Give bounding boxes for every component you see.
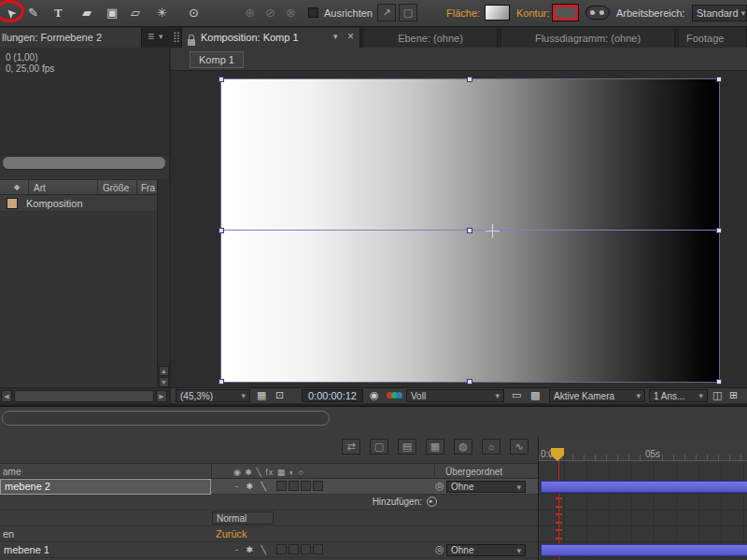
snap-region-button[interactable]: ▢ [399, 4, 417, 21]
handle-mid-left[interactable] [218, 228, 224, 233]
handle-bottom-center[interactable] [467, 379, 472, 385]
tab-composition[interactable]: Komposition: Komp 1 ▾ × [181, 28, 360, 48]
column-divider[interactable] [97, 180, 98, 196]
blend-mode-row[interactable]: Normal [0, 511, 538, 526]
left-panel-tab[interactable]: llungen: Formebene 2 [0, 28, 142, 48]
hscroll-thumb[interactable] [14, 390, 154, 402]
layer-bar-formebene2[interactable] [541, 481, 747, 493]
fill-swatch[interactable] [485, 5, 510, 21]
camera-dropdown[interactable]: Aktive Kamera ▾ [549, 389, 645, 402]
timeline-search-input[interactable] [2, 411, 330, 426]
region-of-interest-icon[interactable]: ▭ [512, 390, 521, 400]
handle-mid-center[interactable] [467, 228, 472, 233]
in-out-button[interactable]: ⇄ [342, 439, 360, 455]
layer-name-cell[interactable]: mebene 2 [0, 479, 211, 495]
view-options-icon[interactable]: ⊞ [729, 390, 738, 400]
roto-brush-tool-icon[interactable]: ✳ [157, 6, 167, 20]
scroll-right-button[interactable]: ▶ [156, 390, 167, 402]
snap-bounds-button[interactable]: ↗ [377, 4, 396, 21]
shape-contents-row[interactable]: Hinzufügen: ▸ [0, 495, 538, 511]
zoom-dropdown[interactable]: (45,3%) ▾ [176, 389, 250, 402]
layer-switches-icons[interactable]: - ✱ ╲ [235, 545, 269, 554]
pickwhip-icon[interactable]: ◎ [435, 544, 444, 554]
tab-layer[interactable]: Ebene: (ohne) [364, 28, 498, 48]
view-layout-dropdown[interactable]: 1 Ans... ▾ [649, 389, 708, 402]
scroll-left-button[interactable]: ◀ [1, 390, 12, 402]
brainstorm-button[interactable]: ○ [482, 439, 500, 455]
handle-top-left[interactable] [218, 77, 224, 82]
shy-layers-button[interactable]: ▢ [370, 439, 388, 455]
tab-close-icon[interactable]: × [347, 31, 354, 42]
tab-flowchart[interactable]: Flussdiagramm: (ohne) [501, 28, 675, 48]
project-vscrollbar[interactable]: ▲ ▼ [157, 179, 169, 387]
snapshot-icon[interactable]: ◉ [370, 390, 379, 400]
column-divider[interactable] [211, 464, 212, 480]
pickwhip-icon[interactable]: ◎ [435, 481, 444, 491]
clone-stamp-tool-icon[interactable]: ▣ [106, 6, 118, 20]
anchor-point-crosshair[interactable] [486, 224, 500, 238]
align-checkbox[interactable] [308, 7, 318, 18]
tab-footage[interactable]: Footage [679, 28, 747, 48]
switch-cell[interactable] [289, 544, 299, 554]
header-parent-label[interactable]: Übergeordnet [445, 467, 502, 477]
switch-cell[interactable] [276, 481, 287, 491]
panel-menu-icon[interactable]: ≡ [148, 31, 154, 42]
project-hscrollbar[interactable]: ◀ ▶ [0, 387, 169, 403]
preview-options-icon[interactable] [585, 6, 610, 20]
project-search-input[interactable] [2, 156, 166, 170]
switch-cell[interactable] [276, 544, 287, 554]
brush-tool-icon[interactable]: ▰ [82, 6, 92, 20]
comp-breadcrumb-tab[interactable]: Komp 1 [190, 51, 244, 68]
layer-switches-icons[interactable]: - ✱ ╲ [235, 482, 269, 491]
stroke-swatch[interactable] [553, 5, 578, 21]
comp-viewport[interactable] [171, 70, 747, 387]
label-column-icon[interactable]: ◆ [14, 184, 20, 191]
switch-cell[interactable] [301, 481, 311, 491]
switch-cell[interactable] [313, 481, 323, 491]
type-tool-icon[interactable]: T [54, 6, 63, 21]
reverse-link[interactable]: Zurück [216, 528, 247, 539]
graph-editor-button[interactable]: ∿ [510, 439, 529, 455]
resolution-dropdown[interactable]: Voll ▾ [406, 389, 504, 402]
gradient-property-row[interactable]: en Zurück [0, 526, 538, 542]
parent-dropdown[interactable]: Ohne ▾ [446, 481, 526, 493]
eraser-tool-icon[interactable]: ▱ [131, 6, 140, 20]
handle-mid-right[interactable] [716, 228, 722, 233]
scroll-up-button[interactable]: ▲ [159, 366, 169, 376]
pen-tool-icon[interactable]: ✎ [28, 6, 38, 20]
layer-row-formebene1[interactable]: mebene 1 - ✱ ╲ ◎ Ohne ▾ [0, 542, 538, 558]
channels-icon[interactable] [387, 392, 403, 399]
handle-top-center[interactable] [467, 77, 472, 82]
column-divider[interactable] [136, 180, 137, 196]
puppet-pin-tool-icon[interactable]: ⊙ [189, 6, 199, 20]
layer-row-formebene2[interactable]: mebene 2 - ✱ ╲ ◎ Ohne ▾ [0, 479, 538, 495]
workspace-dropdown[interactable]: Standard ▾ [692, 5, 747, 21]
safe-margins-icon[interactable]: ⊡ [275, 390, 284, 400]
column-divider[interactable] [28, 180, 29, 196]
time-ruler[interactable]: 0:0 05s [538, 437, 747, 461]
column-divider[interactable] [434, 464, 435, 480]
timecode-display[interactable]: 0:00:00:12 [302, 389, 363, 402]
layer-bar-formebene1[interactable] [541, 544, 747, 556]
handle-top-right[interactable] [716, 77, 722, 82]
tab-menu-caret-icon[interactable]: ▾ [333, 33, 338, 41]
motion-blur-button[interactable]: ◍ [454, 439, 472, 455]
parent-dropdown[interactable]: Ohne ▾ [446, 544, 526, 556]
item-label-swatch[interactable] [7, 198, 18, 209]
grid-guides-icon[interactable]: ▦ [257, 390, 266, 400]
panel-menu-caret-icon[interactable]: ▾ [159, 33, 163, 41]
pixel-aspect-icon[interactable]: ◫ [712, 390, 722, 400]
handle-bottom-right[interactable] [716, 379, 722, 385]
header-name-label[interactable]: ame [3, 467, 21, 477]
transparency-grid-icon[interactable]: ▩ [530, 390, 540, 400]
project-item-row[interactable]: Komposition [0, 195, 157, 212]
handle-bottom-left[interactable] [218, 379, 224, 385]
frame-blend-button[interactable]: ▤ [398, 439, 416, 455]
panel-grip-icon[interactable]: ⣿ [173, 31, 180, 43]
scroll-down-button[interactable]: ▼ [159, 377, 169, 387]
timeline-track-area[interactable] [538, 461, 747, 560]
column-header-type[interactable]: Art [34, 183, 46, 193]
switch-cell[interactable] [289, 481, 299, 491]
draft-3d-button[interactable]: ▦ [426, 439, 444, 455]
switch-cell[interactable] [313, 544, 323, 554]
